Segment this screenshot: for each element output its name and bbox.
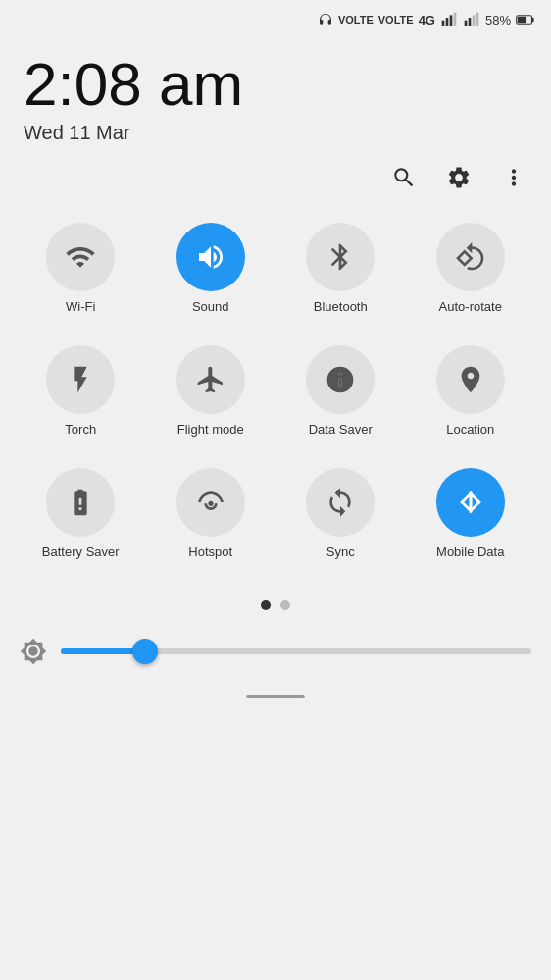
more-button[interactable]: [496, 160, 531, 195]
status-bar: VOLTE VOLTE 4G 58%: [0, 0, 551, 35]
volte1-label: VOLTE: [338, 14, 374, 26]
sync-tile[interactable]: Sync: [276, 458, 406, 571]
date-display: Wed 11 Mar: [24, 122, 527, 144]
svg-rect-6: [473, 15, 476, 26]
torch-tile-label: Torch: [65, 422, 96, 438]
time-display: 2:08 am: [24, 51, 527, 118]
svg-rect-9: [531, 18, 533, 22]
location-tile-label: Location: [446, 422, 494, 438]
torch-tile[interactable]: Torch: [16, 335, 146, 448]
wifi-tile-label: Wi-Fi: [66, 299, 95, 316]
battery-icon: [516, 12, 535, 27]
home-bar: [246, 695, 305, 698]
volte2-label: VOLTE: [378, 14, 414, 26]
bluetooth-tile[interactable]: Bluetooth: [276, 213, 406, 326]
pagination-dot-2[interactable]: [280, 600, 290, 610]
svg-rect-3: [454, 13, 457, 26]
batterysaver-tile-icon: [46, 468, 115, 537]
mobiledata-tile[interactable]: Mobile Data: [406, 458, 536, 571]
hotspot-tile[interactable]: Hotspot: [146, 458, 276, 571]
datasaver-tile[interactable]: Data Saver: [276, 335, 406, 448]
batterysaver-tile[interactable]: Battery Saver: [16, 458, 146, 571]
search-button[interactable]: [386, 160, 422, 195]
brightness-row: [0, 610, 551, 675]
brightness-icon: [20, 638, 47, 665]
bluetooth-tile-label: Bluetooth: [314, 299, 368, 316]
home-indicator: [0, 675, 551, 708]
mobiledata-tile-icon: [436, 468, 505, 537]
autorotate-tile[interactable]: Auto-rotate: [406, 213, 536, 326]
signal1-icon: [440, 12, 458, 27]
headphone-icon: [318, 12, 333, 27]
batterysaver-tile-label: Battery Saver: [42, 544, 120, 561]
hotspot-tile-icon: [176, 468, 245, 537]
datasaver-tile-icon: [306, 345, 375, 414]
sound-tile-label: Sound: [192, 299, 229, 316]
svg-rect-7: [476, 13, 479, 26]
autorotate-tile-icon: [436, 223, 505, 291]
pagination: [0, 600, 551, 610]
autorotate-tile-label: Auto-rotate: [439, 299, 502, 316]
sound-tile-icon: [176, 223, 245, 291]
wifi-tile-icon: [46, 223, 115, 291]
network-label: 4G: [419, 13, 435, 27]
torch-tile-icon: [46, 345, 115, 414]
flightmode-tile-label: Flight mode: [177, 422, 244, 438]
brightness-slider-thumb[interactable]: [132, 639, 158, 664]
datasaver-tile-label: Data Saver: [309, 422, 373, 438]
sync-tile-icon: [306, 468, 375, 537]
svg-rect-10: [518, 17, 526, 23]
action-bar: [0, 144, 551, 203]
svg-rect-2: [450, 15, 453, 26]
pagination-dot-1[interactable]: [261, 600, 271, 610]
mobiledata-tile-label: Mobile Data: [436, 544, 504, 561]
time-section: 2:08 am Wed 11 Mar: [0, 35, 551, 144]
status-icons: VOLTE VOLTE 4G 58%: [318, 12, 535, 27]
tiles-grid: Wi-Fi Sound Bluetooth Auto-rotate Torch …: [0, 203, 551, 581]
sync-tile-label: Sync: [326, 544, 355, 561]
settings-button[interactable]: [441, 160, 476, 195]
location-tile[interactable]: Location: [406, 335, 536, 448]
battery-label: 58%: [485, 13, 511, 27]
sound-tile[interactable]: Sound: [146, 213, 276, 326]
svg-rect-4: [465, 21, 468, 26]
svg-rect-5: [469, 18, 472, 26]
wifi-tile[interactable]: Wi-Fi: [16, 213, 146, 326]
svg-rect-0: [442, 21, 445, 26]
brightness-slider-track[interactable]: [61, 648, 531, 654]
location-tile-icon: [436, 345, 505, 414]
svg-rect-1: [446, 18, 449, 26]
flightmode-tile-icon: [176, 345, 245, 414]
signal2-icon: [463, 12, 480, 27]
hotspot-tile-label: Hotspot: [188, 544, 232, 561]
flightmode-tile[interactable]: Flight mode: [146, 335, 276, 448]
bluetooth-tile-icon: [306, 223, 375, 291]
